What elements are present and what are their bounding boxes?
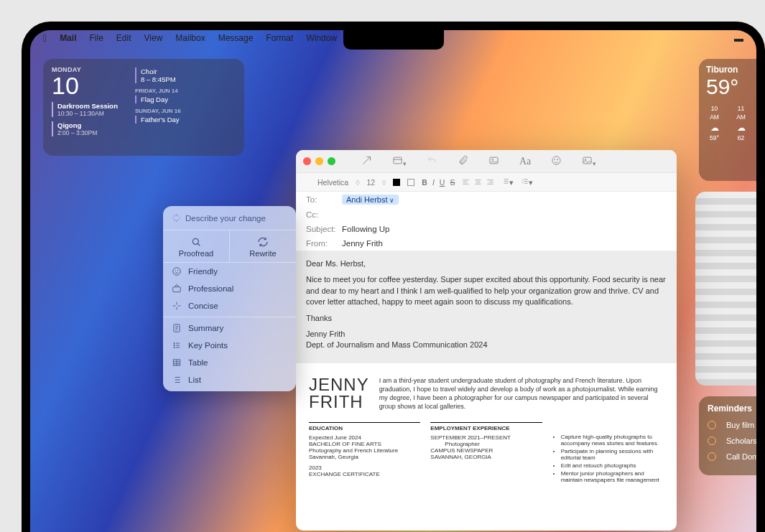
tone-concise-item[interactable]: Concise: [163, 297, 296, 314]
svg-point-4: [555, 159, 555, 159]
list-button[interactable]: ▾: [501, 177, 514, 187]
header-fields-button[interactable]: ▾: [392, 155, 407, 168]
italic-button[interactable]: I: [432, 178, 435, 187]
resume-employment: EMPLOYMENT EXPERIENCE SEPTEMBER 2021–PRE…: [430, 422, 542, 485]
underline-button[interactable]: U: [440, 178, 445, 187]
calendar-upcoming: Father's Day: [135, 116, 238, 123]
menu-view[interactable]: View: [144, 33, 163, 43]
svg-point-15: [174, 345, 175, 345]
insert-photo-button[interactable]: [488, 155, 499, 168]
svg-point-16: [174, 347, 175, 347]
resume-bio: I am a third-year student undergraduate …: [379, 376, 664, 411]
svg-rect-12: [173, 287, 181, 292]
svg-rect-0: [394, 157, 402, 164]
reminder-item[interactable]: Scholars: [708, 437, 748, 445]
menu-message[interactable]: Message: [218, 33, 254, 43]
to-field[interactable]: To: Andi Herbst: [296, 192, 677, 207]
cc-field[interactable]: Cc:: [296, 207, 677, 222]
resume-education: EDUCATION Expected June 2024 BACHELOR OF…: [309, 422, 420, 485]
reminder-checkbox[interactable]: [708, 421, 716, 429]
calendar-upcoming: Choir 8 – 8:45PM: [135, 67, 238, 83]
bullets-icon: [172, 340, 182, 350]
menu-file[interactable]: File: [89, 33, 103, 43]
weather-hour: 10 AM59°: [706, 105, 723, 142]
weather-widget[interactable]: Tiburon 59° 10 AM59° 11 AM62: [699, 59, 756, 181]
reminders-title: Reminders: [708, 403, 748, 414]
bg-color-button[interactable]: [407, 179, 414, 186]
strike-button[interactable]: S: [450, 178, 455, 187]
subject-field[interactable]: Subject: Following Up: [296, 222, 677, 236]
proofread-button[interactable]: Proofread: [163, 230, 229, 262]
send-button[interactable]: [361, 155, 372, 168]
align-right-icon[interactable]: [486, 178, 494, 186]
emoji-button[interactable]: [551, 155, 562, 168]
calendar-event: Qigong 2:00 – 3:30PM: [52, 121, 121, 136]
transform-list-item[interactable]: List: [163, 371, 296, 388]
smile-icon: [172, 266, 182, 276]
arrows-circle-icon: [257, 236, 269, 248]
format-button[interactable]: Aa: [519, 156, 531, 167]
reminder-checkbox[interactable]: [708, 437, 716, 445]
apple-menu-icon[interactable]: [43, 32, 47, 44]
weather-hour: 11 AM62: [733, 105, 749, 142]
svg-point-14: [174, 342, 175, 343]
recipient-token[interactable]: Andi Herbst: [342, 195, 399, 205]
reminder-item[interactable]: Call Dom: [708, 452, 748, 461]
svg-point-5: [557, 159, 558, 159]
window-zoom-button[interactable]: [328, 157, 335, 165]
calendar-event: Darkroom Session 10:30 – 11:30AM: [52, 102, 121, 117]
calendar-upcoming: Flag Day: [135, 95, 238, 103]
photo-widget[interactable]: [695, 192, 756, 386]
media-button[interactable]: ▾: [582, 155, 596, 168]
search-text-icon: [190, 236, 202, 248]
calendar-date: 10: [52, 73, 121, 98]
indent-button[interactable]: ▾: [521, 177, 533, 187]
rewrite-button[interactable]: Rewrite: [229, 230, 296, 262]
battery-icon: ▬: [734, 33, 743, 44]
tone-professional-item[interactable]: Professional: [163, 280, 296, 297]
svg-point-3: [552, 156, 560, 164]
menu-mailbox[interactable]: Mailbox: [175, 33, 205, 43]
transform-summary-item[interactable]: Summary: [163, 319, 296, 337]
message-body[interactable]: Dear Ms. Herbst, Nice to meet you for co…: [296, 251, 677, 363]
from-value: Jenny Frith: [342, 239, 383, 248]
menu-mail[interactable]: Mail: [60, 33, 76, 43]
font-family-picker[interactable]: Helvetica: [317, 178, 348, 187]
transform-table-item[interactable]: Table: [163, 354, 296, 371]
menu-window[interactable]: Window: [306, 33, 337, 43]
svg-point-11: [177, 271, 178, 271]
mail-compose-window: ▾ Aa ▾ Helvetica ◊ 12 ◊ B I: [296, 150, 677, 531]
calendar-day-label: MONDAY: [52, 66, 121, 73]
menu-format[interactable]: Format: [266, 33, 293, 43]
text-color-button[interactable]: [393, 179, 400, 186]
resume-name: JENNY FRITH: [309, 376, 369, 411]
align-left-icon[interactable]: [462, 178, 470, 186]
align-center-icon[interactable]: [474, 178, 482, 186]
tone-friendly-item[interactable]: Friendly: [163, 263, 296, 280]
calendar-widget[interactable]: MONDAY 10 Darkroom Session 10:30 – 11:30…: [43, 59, 244, 156]
svg-point-2: [492, 159, 493, 160]
doc-lines-icon: [172, 323, 182, 333]
attach-button[interactable]: [458, 155, 468, 168]
svg-point-8: [193, 238, 198, 244]
list-icon: [172, 375, 182, 385]
describe-change-field[interactable]: Describe your change: [163, 206, 296, 230]
window-close-button[interactable]: [303, 157, 311, 165]
bold-button[interactable]: B: [422, 178, 427, 187]
window-minimize-button[interactable]: [315, 157, 323, 165]
svg-point-9: [173, 268, 181, 276]
reminder-item[interactable]: Buy film: [708, 421, 748, 429]
transform-keypoints-item[interactable]: Key Points: [163, 337, 296, 354]
from-field[interactable]: From: Jenny Frith: [296, 236, 677, 251]
font-size-picker[interactable]: 12: [366, 178, 375, 187]
title-bar: ▾ Aa ▾: [296, 150, 677, 173]
subject-value: Following Up: [342, 225, 389, 233]
briefcase-icon: [172, 284, 182, 294]
reminder-checkbox[interactable]: [708, 452, 716, 461]
menubar-status-area: ▬: [734, 33, 743, 44]
menu-edit[interactable]: Edit: [116, 33, 131, 43]
arrows-in-icon: [172, 301, 182, 311]
reminders-widget[interactable]: Reminders Buy film Scholars Call Dom: [699, 396, 756, 475]
calendar-upcoming-header: SUNDAY, JUN 16: [135, 108, 238, 114]
format-bar: Helvetica ◊ 12 ◊ B I U S ▾ ▾: [296, 173, 677, 192]
